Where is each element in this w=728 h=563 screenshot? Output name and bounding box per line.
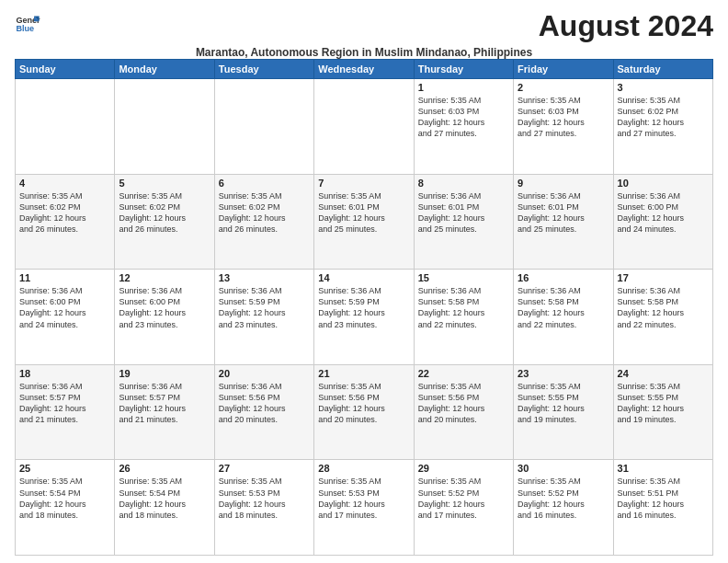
day-number: 30 [518,463,609,474]
day-info: Sunrise: 5:35 AM Sunset: 5:51 PM Dayligh… [618,476,709,521]
day-info: Sunrise: 5:36 AM Sunset: 5:57 PM Dayligh… [119,381,210,426]
day-cell [115,79,214,175]
day-number: 27 [219,463,310,474]
logo: General Blue [15,11,40,37]
day-number: 1 [418,82,509,93]
week-row-2: 4Sunrise: 5:35 AM Sunset: 6:02 PM Daylig… [16,174,713,270]
day-cell: 18Sunrise: 5:36 AM Sunset: 5:57 PM Dayli… [16,364,115,460]
page: General Blue August 2024 Marantao, Auton… [0,0,728,563]
col-friday: Friday [514,60,613,79]
day-number: 21 [318,368,409,379]
day-info: Sunrise: 5:36 AM Sunset: 5:56 PM Dayligh… [219,381,310,426]
col-thursday: Thursday [414,60,513,79]
day-number: 9 [518,178,609,189]
day-cell: 24Sunrise: 5:35 AM Sunset: 5:55 PM Dayli… [613,364,712,460]
day-number: 13 [219,272,310,283]
day-number: 2 [518,82,609,93]
day-cell: 28Sunrise: 5:35 AM Sunset: 5:53 PM Dayli… [314,460,414,556]
day-info: Sunrise: 5:36 AM Sunset: 5:57 PM Dayligh… [19,381,110,426]
day-info: Sunrise: 5:35 AM Sunset: 6:01 PM Dayligh… [318,190,409,236]
day-cell: 17Sunrise: 5:36 AM Sunset: 5:58 PM Dayli… [613,270,712,365]
day-number: 14 [318,272,409,283]
day-number: 25 [19,463,110,474]
day-info: Sunrise: 5:35 AM Sunset: 6:03 PM Dayligh… [518,95,609,140]
day-number: 3 [618,82,709,93]
day-number: 17 [618,272,709,283]
day-number: 28 [318,463,409,474]
day-cell: 20Sunrise: 5:36 AM Sunset: 5:56 PM Dayli… [214,364,313,460]
title-section: August 2024 [40,11,713,40]
day-cell: 15Sunrise: 5:36 AM Sunset: 5:58 PM Dayli… [414,270,513,365]
day-info: Sunrise: 5:36 AM Sunset: 5:59 PM Dayligh… [219,285,310,330]
week-row-4: 18Sunrise: 5:36 AM Sunset: 5:57 PM Dayli… [16,364,713,460]
day-cell: 3Sunrise: 5:35 AM Sunset: 6:02 PM Daylig… [613,79,712,175]
month-year-title: August 2024 [40,11,713,40]
day-number: 4 [19,178,110,189]
day-number: 10 [618,178,709,189]
day-info: Sunrise: 5:35 AM Sunset: 5:54 PM Dayligh… [19,476,110,521]
col-tuesday: Tuesday [214,60,313,79]
day-cell: 8Sunrise: 5:36 AM Sunset: 6:01 PM Daylig… [414,174,513,270]
week-row-5: 25Sunrise: 5:35 AM Sunset: 5:54 PM Dayli… [16,460,713,556]
day-cell: 11Sunrise: 5:36 AM Sunset: 6:00 PM Dayli… [16,270,115,365]
header: General Blue August 2024 [15,11,713,40]
day-info: Sunrise: 5:36 AM Sunset: 6:00 PM Dayligh… [618,190,709,236]
col-saturday: Saturday [613,60,712,79]
day-info: Sunrise: 5:35 AM Sunset: 6:02 PM Dayligh… [618,95,709,140]
day-info: Sunrise: 5:36 AM Sunset: 6:00 PM Dayligh… [19,285,110,330]
day-number: 6 [219,178,310,189]
day-info: Sunrise: 5:36 AM Sunset: 5:58 PM Dayligh… [618,285,709,330]
day-cell: 9Sunrise: 5:36 AM Sunset: 6:01 PM Daylig… [514,174,613,270]
day-cell [214,79,313,175]
day-cell: 10Sunrise: 5:36 AM Sunset: 6:00 PM Dayli… [613,174,712,270]
day-cell: 29Sunrise: 5:35 AM Sunset: 5:52 PM Dayli… [414,460,513,556]
day-info: Sunrise: 5:35 AM Sunset: 5:53 PM Dayligh… [318,476,409,521]
logo-icon: General Blue [15,11,40,37]
day-number: 23 [518,368,609,379]
day-info: Sunrise: 5:35 AM Sunset: 6:02 PM Dayligh… [219,190,310,236]
day-info: Sunrise: 5:35 AM Sunset: 6:03 PM Dayligh… [418,95,509,140]
col-wednesday: Wednesday [314,60,414,79]
day-cell: 16Sunrise: 5:36 AM Sunset: 5:58 PM Dayli… [514,270,613,365]
day-cell: 5Sunrise: 5:35 AM Sunset: 6:02 PM Daylig… [115,174,214,270]
day-info: Sunrise: 5:36 AM Sunset: 5:58 PM Dayligh… [418,285,509,330]
day-info: Sunrise: 5:36 AM Sunset: 6:01 PM Dayligh… [518,190,609,236]
day-cell: 14Sunrise: 5:36 AM Sunset: 5:59 PM Dayli… [314,270,414,365]
day-number: 18 [19,368,110,379]
day-info: Sunrise: 5:35 AM Sunset: 5:54 PM Dayligh… [119,476,210,521]
day-cell: 7Sunrise: 5:35 AM Sunset: 6:01 PM Daylig… [314,174,414,270]
day-number: 16 [518,272,609,283]
day-number: 19 [119,368,210,379]
day-number: 11 [19,272,110,283]
subtitle: Marantao, Autonomous Region in Muslim Mi… [15,46,713,59]
calendar-table: Sunday Monday Tuesday Wednesday Thursday… [15,59,713,556]
day-number: 31 [618,463,709,474]
day-number: 20 [219,368,310,379]
week-row-1: 1Sunrise: 5:35 AM Sunset: 6:03 PM Daylig… [16,79,713,175]
day-info: Sunrise: 5:35 AM Sunset: 5:52 PM Dayligh… [418,476,509,521]
day-cell: 19Sunrise: 5:36 AM Sunset: 5:57 PM Dayli… [115,364,214,460]
day-info: Sunrise: 5:36 AM Sunset: 5:59 PM Dayligh… [318,285,409,330]
day-info: Sunrise: 5:35 AM Sunset: 5:52 PM Dayligh… [518,476,609,521]
week-row-3: 11Sunrise: 5:36 AM Sunset: 6:00 PM Dayli… [16,270,713,365]
day-cell [314,79,414,175]
day-cell: 25Sunrise: 5:35 AM Sunset: 5:54 PM Dayli… [16,460,115,556]
day-number: 12 [119,272,210,283]
day-cell: 27Sunrise: 5:35 AM Sunset: 5:53 PM Dayli… [214,460,313,556]
day-cell [16,79,115,175]
day-info: Sunrise: 5:35 AM Sunset: 5:55 PM Dayligh… [518,381,609,426]
day-cell: 6Sunrise: 5:35 AM Sunset: 6:02 PM Daylig… [214,174,313,270]
day-cell: 23Sunrise: 5:35 AM Sunset: 5:55 PM Dayli… [514,364,613,460]
day-number: 5 [119,178,210,189]
day-cell: 4Sunrise: 5:35 AM Sunset: 6:02 PM Daylig… [16,174,115,270]
day-info: Sunrise: 5:36 AM Sunset: 5:58 PM Dayligh… [518,285,609,330]
day-cell: 22Sunrise: 5:35 AM Sunset: 5:56 PM Dayli… [414,364,513,460]
day-number: 29 [418,463,509,474]
day-number: 15 [418,272,509,283]
day-info: Sunrise: 5:35 AM Sunset: 5:56 PM Dayligh… [418,381,509,426]
day-cell: 30Sunrise: 5:35 AM Sunset: 5:52 PM Dayli… [514,460,613,556]
day-info: Sunrise: 5:36 AM Sunset: 6:01 PM Dayligh… [418,190,509,236]
day-number: 22 [418,368,509,379]
day-info: Sunrise: 5:36 AM Sunset: 6:00 PM Dayligh… [119,285,210,330]
day-cell: 21Sunrise: 5:35 AM Sunset: 5:56 PM Dayli… [314,364,414,460]
